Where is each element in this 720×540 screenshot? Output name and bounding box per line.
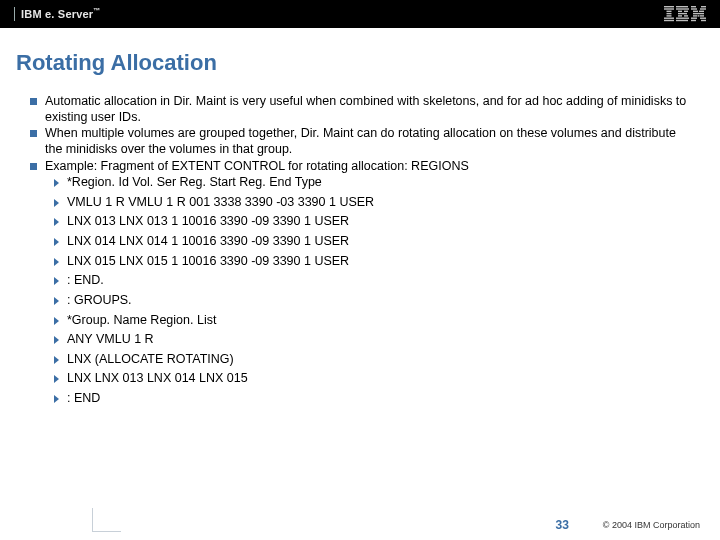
sub-text: : END xyxy=(67,391,100,407)
header-divider xyxy=(14,7,15,21)
sub-item: ANY VMLU 1 R xyxy=(54,332,694,348)
square-bullet-icon xyxy=(30,130,37,137)
svg-rect-4 xyxy=(667,15,672,16)
page-title: Rotating Allocation xyxy=(16,50,720,76)
sub-item: VMLU 1 R VMLU 1 R 001 3338 3390 -03 3390… xyxy=(54,195,694,211)
svg-rect-11 xyxy=(678,13,687,14)
sub-item: : GROUPS. xyxy=(54,293,694,309)
sub-text: : GROUPS. xyxy=(67,293,132,309)
sub-text: *Region. Id Vol. Ser Reg. Start Reg. End… xyxy=(67,175,322,191)
triangle-bullet-icon xyxy=(54,356,59,364)
triangle-bullet-icon xyxy=(54,258,59,266)
triangle-bullet-icon xyxy=(54,297,59,305)
copyright-text: © 2004 IBM Corporation xyxy=(603,520,700,530)
sub-item: *Group. Name Region. List xyxy=(54,313,694,329)
brand-main: IBM e. Server xyxy=(21,8,93,20)
bullet-item: Automatic allocation in Dir. Maint is ve… xyxy=(30,94,694,125)
sub-text: : END. xyxy=(67,273,104,289)
svg-rect-14 xyxy=(676,18,689,19)
svg-rect-28 xyxy=(691,20,696,21)
sub-text: LNX LNX 013 LNX 014 LNX 015 xyxy=(67,371,248,387)
svg-rect-7 xyxy=(676,6,688,7)
page-number: 33 xyxy=(555,518,568,532)
slide-footer: 33 © 2004 IBM Corporation xyxy=(0,518,720,532)
svg-rect-29 xyxy=(701,20,706,21)
triangle-bullet-icon xyxy=(54,336,59,344)
square-bullet-icon xyxy=(30,98,37,105)
header-brand-group: IBM e. Server™ xyxy=(14,7,101,21)
svg-rect-16 xyxy=(691,6,696,7)
triangle-bullet-icon xyxy=(54,218,59,226)
svg-rect-17 xyxy=(701,6,706,7)
sub-item: *Region. Id Vol. Ser Reg. Start Reg. End… xyxy=(54,175,694,191)
bullet-text: When multiple volumes are grouped togeth… xyxy=(45,126,694,157)
triangle-bullet-icon xyxy=(54,199,59,207)
svg-rect-1 xyxy=(664,8,674,9)
triangle-bullet-icon xyxy=(54,375,59,383)
svg-rect-20 xyxy=(693,11,698,12)
sub-text: LNX 013 LNX 013 1 10016 3390 -09 3390 1 … xyxy=(67,214,349,230)
bullet-item: When multiple volumes are grouped togeth… xyxy=(30,126,694,157)
slide-header: IBM e. Server™ xyxy=(0,0,720,28)
bullet-item: Example: Fragment of EXTENT CONTROL for … xyxy=(30,159,694,175)
svg-rect-9 xyxy=(678,11,682,12)
sub-item: : END. xyxy=(54,273,694,289)
ibm-logo-icon xyxy=(664,6,706,22)
sub-item: LNX 014 LNX 014 1 10016 3390 -09 3390 1 … xyxy=(54,234,694,250)
content-area: Automatic allocation in Dir. Maint is ve… xyxy=(0,94,720,407)
svg-rect-6 xyxy=(664,20,674,21)
svg-rect-18 xyxy=(691,8,697,9)
sub-item: LNX 013 LNX 013 1 10016 3390 -09 3390 1 … xyxy=(54,214,694,230)
triangle-bullet-icon xyxy=(54,277,59,285)
bullet-text: Automatic allocation in Dir. Maint is ve… xyxy=(45,94,694,125)
svg-rect-2 xyxy=(667,11,672,12)
bullet-text: Example: Fragment of EXTENT CONTROL for … xyxy=(45,159,469,175)
svg-rect-26 xyxy=(691,18,697,19)
triangle-bullet-icon xyxy=(54,179,59,187)
svg-rect-10 xyxy=(684,11,688,12)
svg-rect-19 xyxy=(700,8,706,9)
brand-text: IBM e. Server™ xyxy=(21,8,101,20)
sub-text: *Group. Name Region. List xyxy=(67,313,216,329)
svg-rect-24 xyxy=(698,15,700,16)
svg-rect-5 xyxy=(664,18,674,19)
svg-rect-13 xyxy=(684,15,688,16)
triangle-bullet-icon xyxy=(54,238,59,246)
svg-rect-3 xyxy=(667,13,672,14)
square-bullet-icon xyxy=(30,163,37,170)
svg-rect-25 xyxy=(700,15,704,16)
sub-text: LNX 015 LNX 015 1 10016 3390 -09 3390 1 … xyxy=(67,254,349,270)
svg-rect-21 xyxy=(699,11,704,12)
svg-rect-12 xyxy=(678,15,682,16)
sub-text: LNX 014 LNX 014 1 10016 3390 -09 3390 1 … xyxy=(67,234,349,250)
sub-item: LNX 015 LNX 015 1 10016 3390 -09 3390 1 … xyxy=(54,254,694,270)
sub-item: : END xyxy=(54,391,694,407)
sub-item: LNX (ALLOCATE ROTATING) xyxy=(54,352,694,368)
svg-rect-22 xyxy=(693,13,704,14)
svg-rect-8 xyxy=(676,8,689,9)
sub-item: LNX LNX 013 LNX 014 LNX 015 xyxy=(54,371,694,387)
svg-rect-15 xyxy=(676,20,688,21)
sub-text: VMLU 1 R VMLU 1 R 001 3338 3390 -03 3390… xyxy=(67,195,374,211)
svg-rect-27 xyxy=(700,18,706,19)
sub-text: ANY VMLU 1 R xyxy=(67,332,154,348)
brand-tm: ™ xyxy=(93,7,100,14)
svg-rect-23 xyxy=(693,15,697,16)
sub-text: LNX (ALLOCATE ROTATING) xyxy=(67,352,234,368)
svg-rect-0 xyxy=(664,6,674,7)
triangle-bullet-icon xyxy=(54,395,59,403)
triangle-bullet-icon xyxy=(54,317,59,325)
